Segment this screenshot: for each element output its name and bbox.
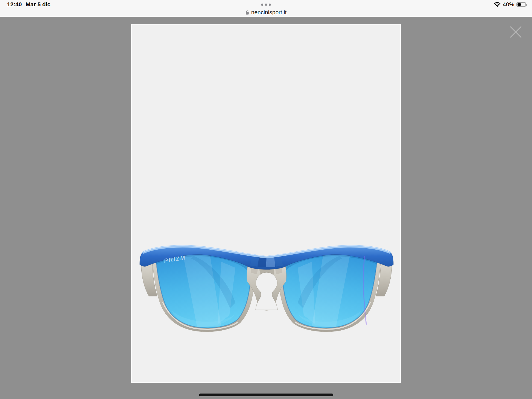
url-bar[interactable]: nencinisport.it [0,8,532,17]
lock-icon [245,10,249,15]
battery-icon [516,2,526,7]
status-time: 12:40 [7,1,22,8]
url-domain: nencinisport.it [251,9,287,16]
sunglasses-product-image: PRIZM [139,245,394,333]
status-right-group: 40% [494,0,526,9]
status-date: Mar 5 dic [26,1,51,8]
dot [261,4,263,6]
ellipsis-dots-icon[interactable] [261,4,271,6]
close-icon [510,26,522,38]
battery-percent-label: 40% [503,1,514,8]
left-frame-half [141,251,255,332]
screen: 12:40 Mar 5 dic 40% [0,0,532,399]
dot [269,4,271,6]
wifi-icon [494,2,501,7]
battery-fill [518,3,521,6]
dot [265,4,267,6]
product-image-panel: PRIZM [131,24,401,383]
home-indicator[interactable] [199,394,333,396]
status-bar: 12:40 Mar 5 dic 40% [0,0,532,17]
battery-nub [526,4,527,6]
status-left-group: 12:40 Mar 5 dic [7,0,51,9]
close-button[interactable] [509,25,523,39]
right-frame-half [278,251,392,332]
